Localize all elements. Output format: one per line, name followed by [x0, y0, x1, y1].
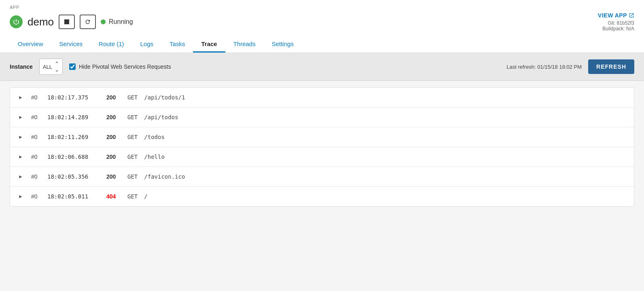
timestamp: 18:02:06.688	[47, 154, 100, 160]
status-code: 200	[106, 173, 121, 180]
table-row[interactable]: ► #0 18:02:05.356 200 GET /favicon.ico	[10, 167, 634, 187]
table-row[interactable]: ► #0 18:02:14.289 200 GET /api/todos	[10, 108, 634, 127]
tab-settings[interactable]: Settings	[264, 36, 302, 53]
tab-tasks[interactable]: Tasks	[161, 36, 193, 53]
instance-num: #0	[31, 94, 41, 101]
buildpack-info: Buildpack: N/A	[598, 26, 634, 32]
restart-button[interactable]	[80, 15, 96, 29]
status-code: 200	[106, 94, 121, 101]
refresh-button[interactable]: REFRESH	[588, 59, 634, 74]
instance-num: #0	[31, 193, 41, 200]
request-path: /todos	[144, 134, 165, 140]
instance-num: #0	[31, 114, 41, 120]
hide-pws-text: Hide Pivotal Web Services Requests	[79, 63, 171, 70]
request-path: /hello	[144, 154, 165, 160]
request-path: /api/todos	[144, 114, 178, 120]
status-dot	[101, 19, 106, 24]
view-app-link[interactable]: VIEW APP	[598, 12, 634, 19]
instance-num: #0	[31, 134, 41, 140]
instance-value: ALL	[43, 64, 52, 70]
expand-icon[interactable]: ►	[18, 134, 25, 140]
table-row[interactable]: ► #0 18:02:17.375 200 GET /api/todos/1	[10, 88, 634, 108]
app-title-row: demo Running VIEW APP Git: 81b52f3	[10, 12, 634, 32]
table-row[interactable]: ► #0 18:02:05.011 404 GET /	[10, 187, 634, 206]
last-refresh-text: Last refresh: 01/15/18 18:02 PM	[506, 64, 582, 70]
http-method: GET	[127, 114, 138, 120]
status-code: 404	[106, 193, 121, 200]
timestamp: 18:02:17.375	[47, 94, 100, 101]
expand-icon[interactable]: ►	[18, 194, 25, 199]
timestamp: 18:02:05.356	[47, 173, 100, 180]
status-code: 200	[106, 154, 121, 160]
http-method: GET	[127, 173, 138, 180]
tab-logs[interactable]: Logs	[132, 36, 162, 53]
instance-label: Instance	[10, 63, 33, 70]
app-section-label: APP	[10, 5, 634, 10]
http-method: GET	[127, 154, 138, 160]
tab-overview[interactable]: Overview	[10, 36, 51, 53]
table-row[interactable]: ► #0 18:02:06.688 200 GET /hello	[10, 147, 634, 167]
http-method: GET	[127, 193, 138, 200]
expand-icon[interactable]: ►	[18, 114, 25, 120]
nav-tabs: OverviewServicesRoute (1)LogsTasksTraceT…	[10, 36, 634, 53]
app-status-badge: Running	[101, 18, 133, 25]
chevron-up-down-icon: ⌃⌄	[55, 61, 59, 73]
timestamp: 18:02:11.269	[47, 134, 100, 140]
app-title-right: VIEW APP Git: 81b52f3 Buildpack: N/A	[598, 12, 634, 32]
trace-table: ► #0 18:02:17.375 200 GET /api/todos/1 ►…	[10, 87, 634, 207]
app-title-left: demo Running	[10, 15, 133, 29]
svg-rect-0	[64, 19, 69, 24]
tab-route[interactable]: Route (1)	[91, 36, 132, 53]
app-name: demo	[28, 16, 54, 28]
app-status-text: Running	[109, 18, 133, 25]
app-power-icon	[10, 15, 23, 28]
tab-trace[interactable]: Trace	[193, 36, 225, 53]
tab-threads[interactable]: Threads	[225, 36, 264, 53]
status-code: 200	[106, 134, 121, 140]
git-info: Git: 81b52f3	[598, 20, 634, 26]
status-code: 200	[106, 114, 121, 120]
request-path: /	[144, 193, 147, 200]
toolbar: Instance ALL ⌃⌄ Hide Pivotal Web Service…	[0, 53, 644, 81]
http-method: GET	[127, 134, 138, 140]
tab-services[interactable]: Services	[51, 36, 91, 53]
table-row[interactable]: ► #0 18:02:11.269 200 GET /todos	[10, 127, 634, 147]
hide-pws-checkbox[interactable]	[69, 63, 76, 70]
trace-rows-container: ► #0 18:02:17.375 200 GET /api/todos/1 ►…	[10, 88, 634, 206]
http-method: GET	[127, 94, 138, 101]
request-path: /favicon.ico	[144, 173, 185, 180]
expand-icon[interactable]: ►	[18, 174, 25, 179]
timestamp: 18:02:14.289	[47, 114, 100, 120]
instance-num: #0	[31, 154, 41, 160]
stop-button[interactable]	[59, 15, 75, 29]
instance-select[interactable]: ALL ⌃⌄	[39, 59, 63, 75]
expand-icon[interactable]: ►	[18, 154, 25, 160]
expand-icon[interactable]: ►	[18, 95, 25, 100]
request-path: /api/todos/1	[144, 94, 185, 101]
hide-pws-label[interactable]: Hide Pivotal Web Services Requests	[69, 63, 171, 70]
timestamp: 18:02:05.011	[47, 193, 100, 200]
instance-num: #0	[31, 173, 41, 180]
app-header: APP demo Running	[0, 0, 644, 53]
